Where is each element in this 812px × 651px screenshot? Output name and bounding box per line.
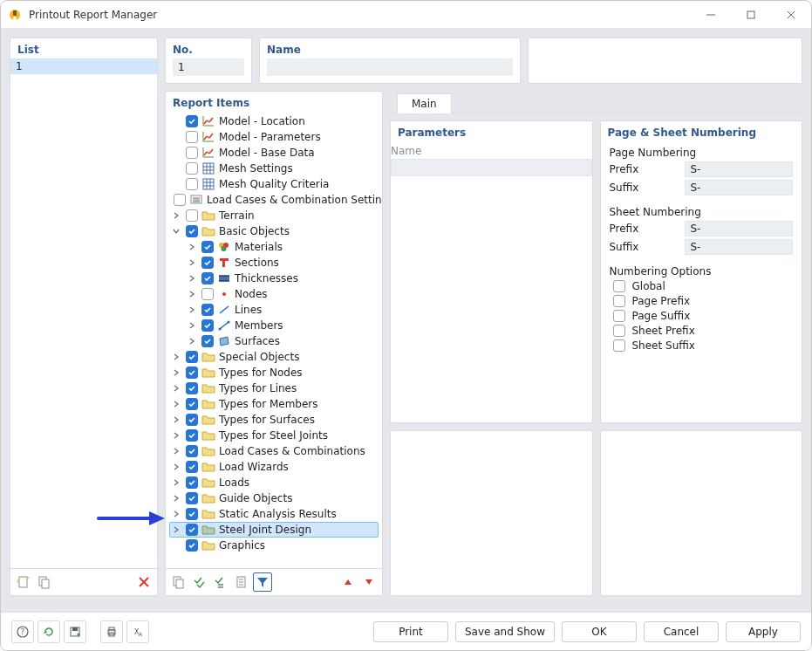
numbering-option[interactable]: Page Prefix (610, 295, 794, 307)
sheet-suffix-input[interactable]: S- (685, 239, 794, 255)
apply-button[interactable]: Apply (726, 621, 801, 642)
option-checkbox[interactable] (613, 280, 625, 292)
chevron-right-icon[interactable] (186, 257, 198, 269)
chevron-right-icon[interactable] (170, 492, 182, 504)
option-checkbox[interactable] (613, 310, 625, 322)
tree-checkbox[interactable] (186, 445, 198, 457)
list-item[interactable]: 1 (10, 58, 157, 74)
tree-checkbox[interactable] (186, 461, 198, 473)
tree-row[interactable]: Lines (169, 302, 379, 318)
tree-row[interactable]: Thicknesses (169, 271, 379, 286)
tree-row[interactable]: Load Cases & Combination Settings (169, 192, 379, 208)
language-button[interactable]: XA (126, 620, 149, 643)
tree-uncheck-all-button[interactable] (211, 572, 230, 592)
tree-checkbox[interactable] (186, 524, 198, 536)
tree-checkbox[interactable] (201, 304, 214, 316)
chevron-right-icon[interactable] (170, 398, 182, 410)
tree-row[interactable]: Steel Joint Design (169, 522, 379, 538)
chevron-down-icon[interactable] (170, 225, 182, 237)
tab-main[interactable]: Main (397, 93, 452, 113)
tree-row[interactable]: Load Wizards (169, 459, 379, 475)
new-report-button[interactable] (14, 572, 33, 592)
tree-row[interactable]: Types for Steel Joints (169, 428, 379, 443)
chevron-right-icon[interactable] (186, 304, 198, 316)
tree-checkbox[interactable] (201, 319, 214, 332)
tree-checkbox[interactable] (186, 147, 198, 159)
chevron-right-icon[interactable] (170, 461, 182, 473)
parameters-name-input[interactable] (391, 159, 592, 176)
tree-row[interactable]: Sections (169, 255, 379, 271)
list-body[interactable]: 1 (10, 58, 157, 568)
refresh-button[interactable] (38, 620, 60, 643)
tree-row[interactable]: Loads (169, 475, 379, 490)
tree-checkbox[interactable] (186, 367, 198, 379)
tree-checkbox[interactable] (201, 288, 214, 300)
tree-row[interactable]: Materials (169, 239, 379, 255)
tree-checkbox[interactable] (201, 335, 214, 347)
tree-row[interactable]: Surfaces (169, 333, 379, 349)
tree-row[interactable]: Basic Objects (169, 223, 379, 239)
option-checkbox[interactable] (613, 295, 625, 307)
tree-checkbox[interactable] (186, 382, 198, 394)
chevron-right-icon[interactable] (170, 508, 182, 520)
page-prefix-input[interactable]: S- (685, 161, 794, 177)
option-checkbox[interactable] (613, 339, 625, 352)
tree-row[interactable]: Types for Lines (169, 380, 379, 396)
tree-check-all-button[interactable] (190, 572, 209, 592)
maximize-button[interactable] (731, 1, 771, 29)
tree-row[interactable]: Graphics (169, 538, 379, 553)
tree-checkbox[interactable] (186, 131, 198, 143)
save-button[interactable] (64, 620, 86, 643)
tree-checkbox[interactable] (186, 225, 198, 237)
chevron-right-icon[interactable] (186, 241, 198, 253)
tree-row[interactable]: Nodes (169, 286, 379, 302)
tree-checkbox[interactable] (201, 257, 214, 269)
tree-checkbox[interactable] (174, 194, 186, 206)
tree-select-button[interactable] (232, 572, 251, 592)
tree-checkbox[interactable] (186, 414, 198, 426)
tree-row[interactable]: Load Cases & Combinations (169, 443, 379, 459)
name-value[interactable] (267, 58, 513, 76)
tree-checkbox[interactable] (186, 492, 198, 504)
tree-row[interactable]: Model - Parameters (169, 129, 379, 145)
chevron-right-icon[interactable] (170, 414, 182, 426)
tree-row[interactable]: Types for Surfaces (169, 412, 379, 428)
tree-row[interactable]: Members (169, 318, 379, 333)
numbering-option[interactable]: Sheet Suffix (610, 339, 794, 352)
tree-checkbox[interactable] (186, 209, 198, 222)
tree-checkbox[interactable] (186, 539, 198, 552)
tree-row[interactable]: Mesh Settings (169, 161, 379, 176)
numbering-option[interactable]: Page Suffix (610, 310, 794, 322)
tree-body[interactable]: Model - LocationModel - ParametersModel … (166, 112, 382, 568)
tree-checkbox[interactable] (186, 115, 198, 127)
print-icon-button[interactable] (100, 620, 123, 643)
chevron-right-icon[interactable] (170, 476, 182, 489)
tree-row[interactable]: Guide Objects (169, 490, 379, 506)
tree-move-down-button[interactable] (359, 572, 379, 592)
page-suffix-input[interactable]: S- (685, 180, 794, 195)
chevron-right-icon[interactable] (186, 288, 198, 300)
minimize-button[interactable] (691, 1, 731, 29)
chevron-right-icon[interactable] (170, 445, 182, 457)
chevron-right-icon[interactable] (186, 272, 198, 284)
chevron-right-icon[interactable] (170, 382, 182, 394)
help-button[interactable]: ? (11, 620, 34, 643)
chevron-right-icon[interactable] (186, 319, 198, 332)
tree-checkbox[interactable] (186, 398, 198, 410)
tree-copy-button[interactable] (169, 572, 188, 592)
chevron-right-icon[interactable] (170, 367, 182, 379)
chevron-right-icon[interactable] (170, 351, 182, 363)
tree-row[interactable]: Model - Base Data (169, 145, 379, 161)
print-button[interactable]: Print (373, 621, 448, 642)
close-button[interactable] (771, 1, 811, 29)
tree-checkbox[interactable] (201, 272, 214, 284)
delete-report-button[interactable] (134, 572, 154, 592)
tree-checkbox[interactable] (186, 162, 198, 175)
tree-row[interactable]: Types for Members (169, 396, 379, 412)
tree-row[interactable]: Types for Nodes (169, 365, 379, 380)
tree-row[interactable]: Terrain (169, 208, 379, 223)
chevron-right-icon[interactable] (186, 335, 198, 347)
chevron-right-icon[interactable] (170, 524, 182, 536)
option-checkbox[interactable] (613, 325, 625, 337)
save-and-show-button[interactable]: Save and Show (455, 621, 555, 642)
